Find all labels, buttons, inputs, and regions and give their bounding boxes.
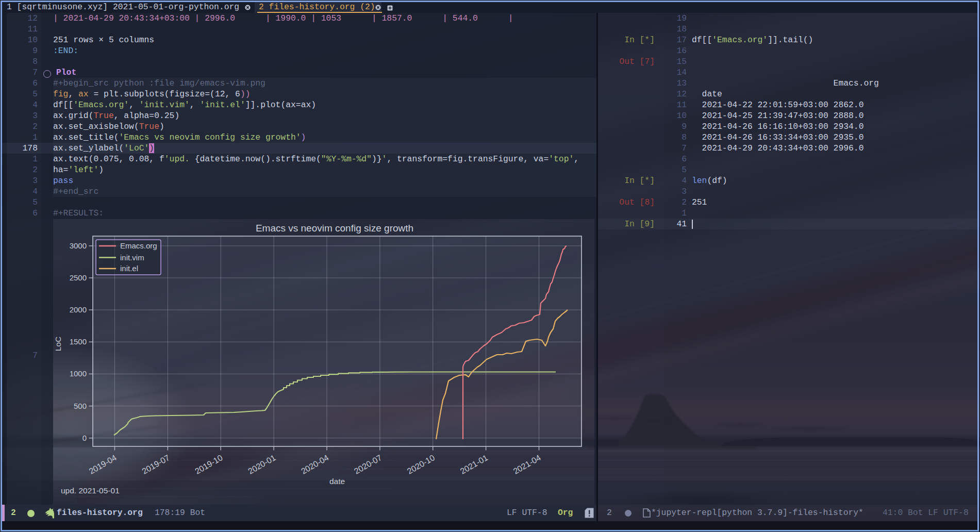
svg-text:2019-07: 2019-07 — [141, 453, 171, 476]
svg-text:3000: 3000 — [70, 241, 87, 250]
svg-text:2020-10: 2020-10 — [406, 453, 436, 476]
svg-text:2019-04: 2019-04 — [88, 453, 118, 476]
svg-text:upd. 2021-05-01: upd. 2021-05-01 — [61, 486, 120, 495]
svg-text:init.vim: init.vim — [120, 253, 144, 262]
svg-text:500: 500 — [74, 402, 87, 410]
svg-text:2500: 2500 — [70, 273, 87, 282]
svg-text:Emacs.org: Emacs.org — [120, 241, 157, 250]
svg-text:2020-01: 2020-01 — [246, 453, 277, 476]
svg-text:2000: 2000 — [70, 305, 87, 314]
svg-text:2021-01: 2021-01 — [459, 453, 489, 476]
svg-text:2020-07: 2020-07 — [353, 453, 383, 476]
svg-text:LoC: LoC — [54, 337, 62, 351]
svg-text:1000: 1000 — [70, 369, 87, 378]
svg-text:0: 0 — [82, 434, 87, 442]
svg-text:Emacs vs neovim config size gr: Emacs vs neovim config size growth — [256, 223, 413, 234]
svg-text:1500: 1500 — [70, 337, 87, 346]
svg-text:2021-04: 2021-04 — [512, 453, 542, 476]
svg-text:2019-10: 2019-10 — [193, 453, 224, 476]
svg-text:init.el: init.el — [120, 264, 138, 273]
svg-text:date: date — [329, 477, 345, 486]
svg-text:2020-04: 2020-04 — [300, 453, 330, 476]
